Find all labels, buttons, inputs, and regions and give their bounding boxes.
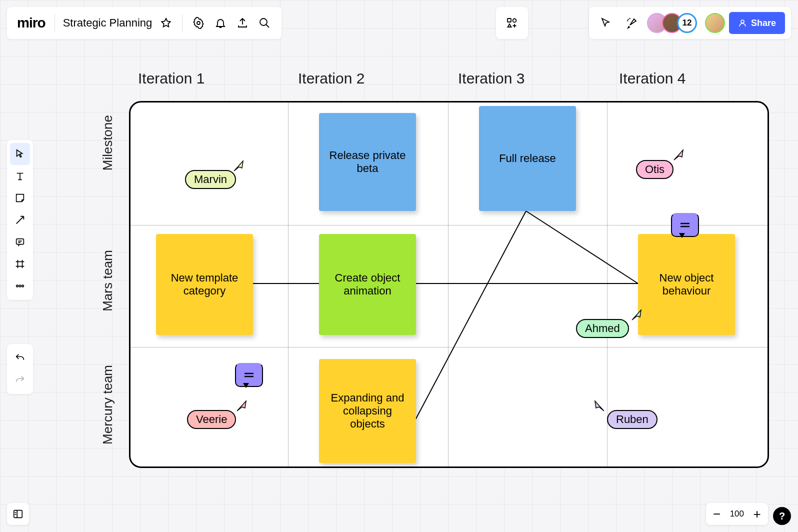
column-header[interactable]: Iteration 2: [298, 70, 364, 87]
help-button[interactable]: ?: [773, 507, 791, 525]
sticky-note[interactable]: Release private beta: [319, 113, 416, 211]
comment-icon[interactable]: [671, 213, 699, 237]
column-header[interactable]: Iteration 1: [138, 70, 204, 87]
svg-line-12: [411, 211, 526, 428]
zoom-controls: − 100 +: [706, 503, 768, 525]
column-header[interactable]: Iteration 3: [458, 70, 524, 87]
cursor-icon: [236, 399, 249, 412]
sticky-note[interactable]: Full release: [479, 106, 576, 211]
comment-icon[interactable]: [235, 363, 263, 387]
canvas[interactable]: Iteration 1 Iteration 2 Iteration 3 Iter…: [0, 0, 798, 532]
sticky-note[interactable]: Create object animation: [319, 234, 416, 335]
svg-rect-17: [14, 510, 22, 518]
user-cursor-label: Marvin: [185, 170, 236, 189]
zoom-level[interactable]: 100: [730, 509, 744, 519]
user-cursor-label: Ruben: [607, 410, 658, 429]
sticky-note[interactable]: New object behaviour: [638, 234, 735, 335]
row-header[interactable]: Milestone: [100, 115, 116, 170]
zoom-in-button[interactable]: +: [751, 506, 763, 522]
sticky-note[interactable]: Expanding and collapsing objects: [319, 359, 416, 463]
cursor-icon: [631, 308, 644, 321]
zoom-out-button[interactable]: −: [711, 506, 723, 522]
cursor-icon: [593, 399, 606, 412]
user-cursor-label: Veerie: [187, 410, 236, 429]
cursor-icon: [673, 148, 686, 161]
user-cursor-label: Otis: [636, 160, 674, 179]
column-header[interactable]: Iteration 4: [619, 70, 686, 87]
panel-toggle-button[interactable]: [7, 503, 29, 525]
row-header[interactable]: Mars team: [100, 250, 116, 312]
row-header[interactable]: Mercury team: [100, 365, 116, 444]
svg-line-11: [526, 211, 638, 284]
cursor-icon: [233, 159, 246, 172]
user-cursor-label: Ahmed: [576, 319, 629, 338]
sticky-note[interactable]: New template category: [156, 234, 253, 335]
